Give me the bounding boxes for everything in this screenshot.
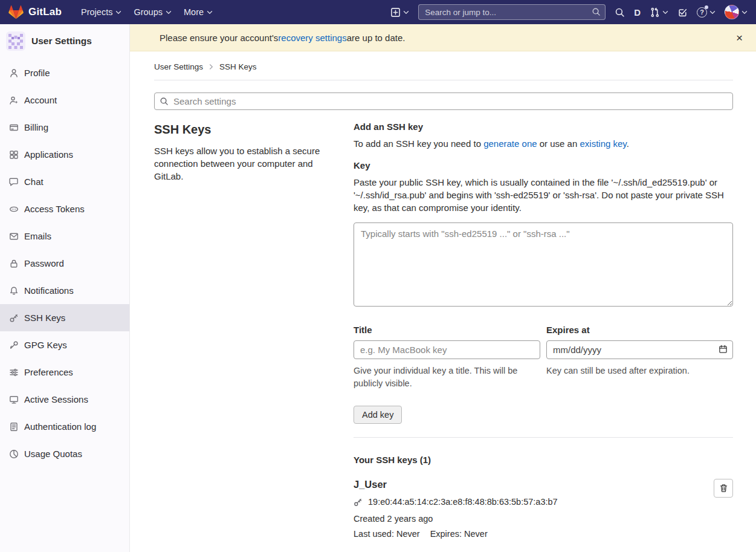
sidebar-item-label: Chat xyxy=(24,177,44,187)
settings-search xyxy=(154,93,733,110)
nav-more-label: More xyxy=(184,7,204,17)
sidebar-item-account[interactable]: Account xyxy=(0,86,129,114)
ssh-key-expires: Expires: Never xyxy=(430,529,488,539)
sidebar-item-label: Account xyxy=(24,95,57,105)
log-document-icon xyxy=(9,422,19,432)
add-ssh-key-heading: Add an SSH key xyxy=(354,122,733,132)
sidebar-item-label: Preferences xyxy=(24,367,73,377)
sidebar-item-authentication-log[interactable]: Authentication log xyxy=(0,413,129,440)
bell-icon xyxy=(9,286,19,296)
settings-search-input[interactable] xyxy=(154,93,733,110)
sidebar-item-access-tokens[interactable]: Access Tokens xyxy=(0,195,129,222)
alert-text-before: Please ensure your account's xyxy=(160,33,278,43)
sidebar-item-label: Access Tokens xyxy=(24,204,85,214)
sidebar-item-label: Active Sessions xyxy=(24,394,88,404)
sidebar-item-active-sessions[interactable]: Active Sessions xyxy=(0,386,129,413)
existing-key-link[interactable]: existing key xyxy=(580,138,626,149)
sidebar-item-label: Emails xyxy=(24,231,51,241)
alert-close-icon[interactable]: × xyxy=(731,31,748,45)
delete-key-button[interactable] xyxy=(714,479,733,498)
expires-label: Expires at xyxy=(546,325,733,335)
nav-groups-dropdown[interactable]: Groups xyxy=(134,7,172,17)
credit-card-icon xyxy=(9,123,19,132)
sidebar-item-gpg-keys[interactable]: GPG Keys xyxy=(0,331,129,359)
ssh-key-list-item: J_User 19:e0:44:a5:14:c2:3a:e8:f8:48:8b:… xyxy=(354,479,733,539)
token-icon xyxy=(9,204,19,214)
sidebar-item-password[interactable]: Password xyxy=(0,250,129,277)
help-dropdown[interactable]: ? xyxy=(697,7,716,18)
gitlab-tanuki-icon xyxy=(8,5,24,19)
user-menu-dropdown[interactable] xyxy=(725,5,748,19)
intro-text: . xyxy=(627,138,629,149)
pie-chart-icon xyxy=(9,449,19,459)
merge-requests-dropdown[interactable] xyxy=(650,7,668,18)
nav-groups-label: Groups xyxy=(134,7,163,17)
dashboard-button[interactable]: D xyxy=(634,8,641,17)
gpg-key-icon xyxy=(9,340,19,350)
expires-date-input[interactable] xyxy=(546,340,733,359)
chevron-down-icon xyxy=(709,10,716,15)
sidebar-title: User Settings xyxy=(31,36,92,47)
calendar-icon[interactable] xyxy=(719,345,728,354)
ssh-key-last-used: Last used: Never xyxy=(354,529,420,539)
ssh-key-textarea[interactable] xyxy=(354,222,733,307)
section-summary: SSH Keys SSH keys allow you to establish… xyxy=(154,122,354,539)
breadcrumb-ssh-keys: SSH Keys xyxy=(219,62,257,71)
lock-icon xyxy=(9,259,19,268)
recovery-settings-link[interactable]: recovery settings xyxy=(278,33,346,43)
key-label: Key xyxy=(354,160,733,170)
chevron-right-icon xyxy=(208,64,214,70)
sidebar-item-emails[interactable]: Emails xyxy=(0,222,129,250)
plus-square-icon xyxy=(390,7,401,18)
sidebar-item-label: Applications xyxy=(24,149,73,160)
chevron-down-icon xyxy=(115,10,121,15)
sidebar-item-profile[interactable]: Profile xyxy=(0,59,129,86)
search-button[interactable] xyxy=(615,7,625,18)
section-form: Add an SSH key To add an SSH key you nee… xyxy=(354,122,733,539)
sidebar-item-label: Profile xyxy=(24,68,50,78)
nav-projects-dropdown[interactable]: Projects xyxy=(81,7,121,17)
nav-projects-label: Projects xyxy=(81,7,112,17)
chevron-down-icon xyxy=(207,10,213,15)
page-description: SSH keys allow you to establish a secure… xyxy=(154,144,329,183)
key-help-text: Paste your public SSH key, which is usua… xyxy=(354,176,733,214)
section-divider xyxy=(354,437,733,438)
todos-button[interactable] xyxy=(677,7,688,18)
sidebar-item-applications[interactable]: Applications xyxy=(0,141,129,168)
global-search-input[interactable] xyxy=(418,4,606,20)
chevron-down-icon xyxy=(662,10,668,15)
sidebar-item-label: Usage Quotas xyxy=(24,449,82,459)
trash-icon xyxy=(719,484,728,493)
generate-one-link[interactable]: generate one xyxy=(483,138,537,149)
page-title: SSH Keys xyxy=(154,122,329,137)
your-ssh-keys-heading: Your SSH keys (1) xyxy=(354,455,733,465)
recovery-settings-alert: Please ensure your account's recovery se… xyxy=(130,24,756,51)
sidebar-nav: Profile Account Billing Applications Cha… xyxy=(0,59,129,467)
nav-more-dropdown[interactable]: More xyxy=(184,7,213,17)
add-key-button[interactable]: Add key xyxy=(354,406,402,424)
envelope-icon xyxy=(9,232,19,241)
profile-icon xyxy=(9,68,19,78)
expires-field: Expires at Key can still be used after e… xyxy=(546,325,733,390)
main-content: Please ensure your account's recovery se… xyxy=(130,24,756,552)
new-menu-dropdown[interactable] xyxy=(390,7,409,18)
ssh-key-details: J_User 19:e0:44:a5:14:c2:3a:e8:f8:48:8b:… xyxy=(354,479,558,539)
sidebar-item-ssh-keys[interactable]: SSH Keys xyxy=(0,304,129,331)
search-icon xyxy=(160,97,169,106)
user-identicon-avatar xyxy=(6,31,25,51)
ssh-key-created: Created 2 years ago xyxy=(354,514,558,524)
chevron-down-icon xyxy=(166,10,172,15)
gitlab-home-link[interactable]: GitLab xyxy=(8,5,62,19)
sidebar-item-billing[interactable]: Billing xyxy=(0,114,129,141)
sidebar-item-usage-quotas[interactable]: Usage Quotas xyxy=(0,440,129,467)
sidebar-item-chat[interactable]: Chat xyxy=(0,168,129,195)
ssh-key-fingerprint: 19:e0:44:a5:14:c2:3a:e8:f8:48:8b:63:5b:5… xyxy=(368,497,558,507)
top-navbar: GitLab Projects Groups More xyxy=(0,0,756,24)
sidebar-item-preferences[interactable]: Preferences xyxy=(0,359,129,386)
intro-text: To add an SSH key you need to xyxy=(354,138,483,149)
breadcrumb-user-settings[interactable]: User Settings xyxy=(154,62,203,71)
sidebar-item-notifications[interactable]: Notifications xyxy=(0,277,129,304)
title-input[interactable] xyxy=(354,340,540,359)
notification-dot xyxy=(705,5,708,9)
dashboard-icon: D xyxy=(634,8,641,17)
